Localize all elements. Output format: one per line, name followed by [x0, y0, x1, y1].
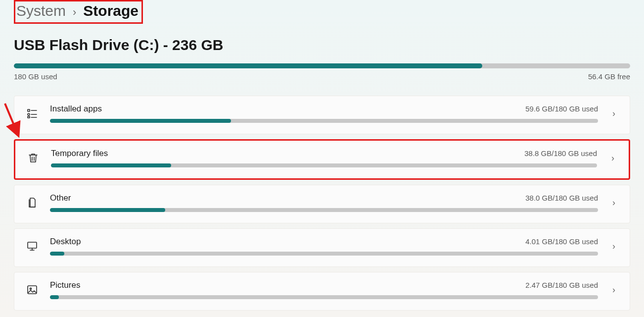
image-icon — [25, 283, 39, 297]
category-name: Pictures — [50, 280, 80, 290]
breadcrumb-current: Storage — [83, 2, 138, 19]
trash-icon — [26, 151, 40, 165]
category-usage-bar — [50, 252, 598, 256]
category-usage-text: 38.8 GB/180 GB used — [524, 149, 597, 158]
breadcrumb-parent[interactable]: System — [16, 2, 66, 19]
category-name: Temporary files — [51, 149, 108, 158]
chevron-right-icon: › — [609, 285, 619, 295]
category-name: Other — [50, 193, 71, 203]
storage-category-desktop[interactable]: Desktop4.01 GB/180 GB used› — [14, 228, 630, 267]
category-name: Installed apps — [50, 104, 102, 114]
chevron-right-icon: › — [609, 108, 619, 119]
svg-rect-4 — [28, 116, 30, 118]
storage-category-installed-apps[interactable]: Installed apps59.6 GB/180 GB used› — [14, 96, 630, 134]
drive-usage-bar — [14, 63, 630, 68]
document-icon — [25, 196, 39, 210]
category-usage-text: 38.0 GB/180 GB used — [525, 194, 598, 202]
category-usage-fill — [50, 295, 59, 299]
monitor-icon — [25, 239, 39, 253]
svg-point-2 — [28, 113, 30, 115]
svg-rect-8 — [28, 242, 37, 248]
chevron-right-icon: › — [608, 153, 618, 163]
category-usage-bar — [51, 163, 597, 167]
category-usage-text: 2.47 GB/180 GB used — [525, 281, 598, 289]
chevron-right-icon: › — [609, 198, 619, 208]
category-usage-fill — [50, 252, 64, 256]
category-usage-text: 4.01 GB/180 GB used — [525, 237, 598, 246]
apps-icon — [25, 106, 39, 120]
category-usage-fill — [50, 208, 165, 212]
svg-rect-0 — [28, 109, 30, 111]
drive-free-label: 56.4 GB free — [588, 72, 630, 81]
storage-category-other[interactable]: Other38.0 GB/180 GB used› — [14, 185, 630, 223]
svg-rect-11 — [28, 286, 37, 294]
breadcrumb: System › Storage — [14, 0, 143, 24]
category-usage-text: 59.6 GB/180 GB used — [525, 105, 598, 113]
category-usage-bar — [50, 208, 598, 212]
chevron-right-icon: › — [609, 241, 619, 252]
drive-usage-fill — [14, 63, 482, 68]
category-name: Desktop — [50, 237, 81, 247]
breadcrumb-separator: › — [73, 6, 76, 19]
storage-category-pictures[interactable]: Pictures2.47 GB/180 GB used› — [14, 272, 630, 311]
drive-used-label: 180 GB used — [14, 72, 57, 81]
category-usage-bar — [50, 119, 598, 123]
drive-title: USB Flash Drive (C:) - 236 GB — [14, 37, 630, 53]
svg-point-12 — [30, 288, 31, 289]
storage-category-temporary-files[interactable]: Temporary files38.8 GB/180 GB used› — [14, 139, 630, 180]
category-usage-fill — [51, 163, 171, 167]
category-usage-fill — [50, 119, 231, 123]
category-usage-bar — [50, 295, 598, 299]
